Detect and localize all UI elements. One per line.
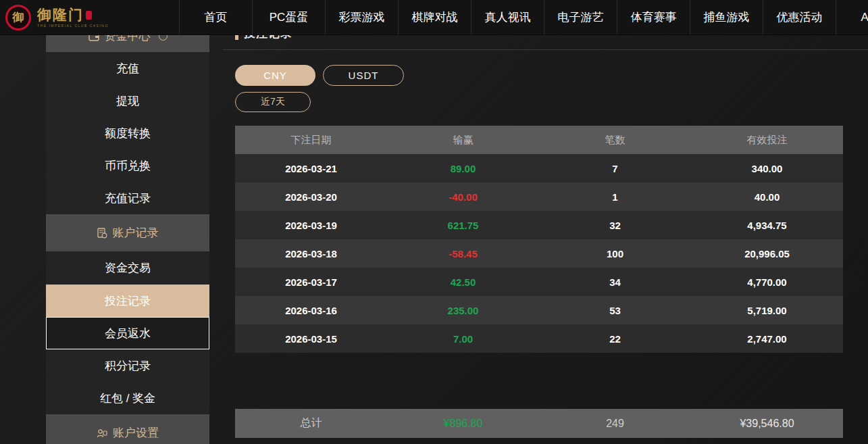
sidebar: 资金中心 充值 提现 额度转换 币币兑换 充值记录 账户记录 资金交易 投注记录…	[46, 0, 209, 444]
win-loss-cell: 89.00	[387, 154, 539, 182]
nav-item-pc-dandan[interactable]: PC蛋蛋	[252, 0, 325, 34]
currency-tab-usdt[interactable]: USDT	[323, 65, 404, 86]
valid-bet-cell: 2,747.00	[691, 324, 843, 353]
top-navigation: 御 御隆门 THE IMPERIAL CLUB CASINO 首页 PC蛋蛋 彩…	[0, 0, 868, 35]
valid-bet-cell: 5,719.00	[691, 296, 843, 324]
currency-tab-cny[interactable]: CNY	[235, 65, 315, 86]
total-valid-bet: ¥39,546.80	[691, 409, 843, 438]
valid-bet-cell: 340.00	[691, 154, 843, 182]
header-valid-bet: 有效投注	[691, 126, 843, 154]
sidebar-item-coin-exchange[interactable]: 币币兑换	[46, 149, 209, 182]
table-row: 2026-03-18 -58.45 100 20,996.05	[235, 239, 843, 268]
date-filter-button[interactable]: 近7天	[235, 92, 311, 112]
user-icon	[97, 428, 107, 438]
total-count: 249	[539, 409, 691, 438]
nav-item-app[interactable]: APP	[836, 0, 868, 34]
win-loss-cell: 621.75	[387, 211, 539, 239]
win-loss-cell: 235.00	[387, 296, 539, 324]
header-win-loss: 输赢	[387, 126, 539, 154]
valid-bet-cell: 40.00	[691, 182, 843, 211]
header-count: 笔数	[539, 126, 691, 154]
sidebar-section-label: 账户设置	[113, 425, 159, 441]
page: 投注记录 CNY USDT 近7天 下注日期 输赢 笔数 有效投注 2026-0…	[0, 0, 868, 444]
bet-date-cell: 2026-03-20	[235, 182, 387, 211]
nav-item-slots[interactable]: 电子游艺	[544, 0, 617, 34]
table-total-row: 总计 ¥896.80 249 ¥39,546.80	[235, 409, 843, 438]
nav-item-sports[interactable]: 体育赛事	[617, 0, 690, 34]
sidebar-item-points-record[interactable]: 积分记录	[46, 349, 209, 382]
win-loss-cell: -58.45	[387, 239, 539, 268]
win-loss-cell: 42.50	[387, 268, 539, 296]
sidebar-section-account-records: 账户记录	[46, 214, 209, 251]
count-cell: 32	[539, 211, 691, 239]
nav-item-promotions[interactable]: 优惠活动	[763, 0, 836, 34]
sidebar-item-fund-transactions[interactable]: 资金交易	[46, 251, 209, 285]
valid-bet-cell: 4,934.75	[691, 211, 843, 239]
valid-bet-cell: 4,770.00	[691, 268, 843, 296]
sidebar-section-account-settings: 账户设置	[46, 414, 209, 444]
total-label: 总计	[235, 409, 387, 438]
count-cell: 7	[539, 154, 691, 182]
sidebar-item-quota-transfer[interactable]: 额度转换	[46, 117, 209, 149]
sidebar-item-deposit[interactable]: 充值	[46, 52, 209, 84]
brand-emblem-icon: 御	[5, 5, 31, 30]
ledger-icon	[97, 228, 107, 239]
nav-item-home[interactable]: 首页	[179, 0, 252, 34]
win-loss-cell: 7.00	[387, 324, 539, 353]
nav-item-fishing[interactable]: 捕鱼游戏	[690, 0, 763, 34]
sidebar-item-withdraw[interactable]: 提现	[46, 84, 209, 117]
bet-date-cell: 2026-03-17	[235, 268, 387, 296]
brand-tagline: THE IMPERIAL CLUB CASINO	[37, 24, 109, 28]
brand-name: 御隆门	[37, 7, 84, 22]
table-row: 2026-03-15 7.00 22 2,747.00	[235, 324, 843, 353]
valid-bet-cell: 20,996.05	[691, 239, 843, 268]
bet-date-cell: 2026-03-19	[235, 211, 387, 239]
bet-date-cell: 2026-03-21	[235, 154, 387, 182]
table-row: 2026-03-17 42.50 34 4,770.00	[235, 268, 843, 296]
count-cell: 22	[539, 324, 691, 353]
table-row: 2026-03-21 89.00 7 340.00	[235, 154, 843, 182]
sidebar-item-member-rebate[interactable]: 会员返水	[46, 317, 209, 349]
sidebar-section-label: 账户记录	[113, 225, 159, 241]
bet-date-cell: 2026-03-15	[235, 324, 387, 353]
brand-seal-icon	[86, 11, 92, 20]
sidebar-item-bet-record[interactable]: 投注记录	[46, 285, 209, 317]
count-cell: 34	[539, 268, 691, 296]
sidebar-item-deposit-record[interactable]: 充值记录	[46, 182, 209, 214]
header-bet-date: 下注日期	[235, 126, 387, 154]
bet-record-table: 下注日期 输赢 笔数 有效投注 2026-03-21 89.00 7 340.0…	[235, 126, 843, 353]
total-win-loss: ¥896.80	[387, 409, 539, 438]
table-row: 2026-03-16 235.00 53 5,719.00	[235, 296, 843, 324]
main-content: 投注记录 CNY USDT 近7天 下注日期 输赢 笔数 有效投注 2026-0…	[223, 0, 868, 444]
count-cell: 100	[539, 239, 691, 268]
header-divider	[223, 49, 868, 50]
bet-date-cell: 2026-03-18	[235, 239, 387, 268]
table-header-row: 下注日期 输赢 笔数 有效投注	[235, 126, 843, 154]
table-row: 2026-03-20 -40.00 1 40.00	[235, 182, 843, 211]
bet-date-cell: 2026-03-16	[235, 296, 387, 324]
count-cell: 53	[539, 296, 691, 324]
sidebar-item-redpacket-bonus[interactable]: 红包 / 奖金	[46, 382, 209, 414]
table-row: 2026-03-19 621.75 32 4,934.75	[235, 211, 843, 239]
count-cell: 1	[539, 182, 691, 211]
nav-item-chess[interactable]: 棋牌对战	[398, 0, 471, 34]
nav-item-lottery[interactable]: 彩票游戏	[325, 0, 398, 34]
brand-logo[interactable]: 御 御隆门 THE IMPERIAL CLUB CASINO	[0, 0, 179, 34]
nav-item-live-casino[interactable]: 真人视讯	[471, 0, 544, 34]
win-loss-cell: -40.00	[387, 182, 539, 211]
